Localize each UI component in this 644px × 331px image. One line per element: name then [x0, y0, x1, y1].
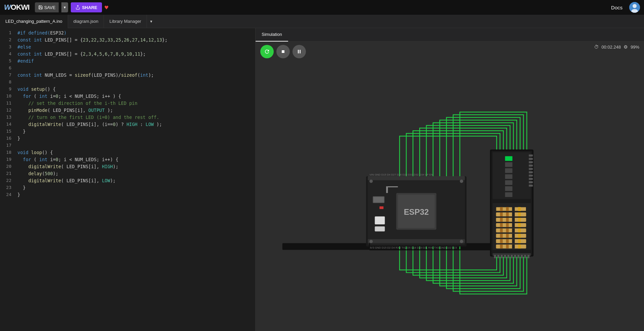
code-line-3: #else — [17, 44, 255, 51]
code-line-19: for ( int i=0; i < NUM_LEDS; i++) { — [17, 156, 255, 163]
main-layout: 1 2 3 4 5 6 7 8 9 10 11 12 13 14 15 16 1… — [0, 28, 644, 331]
code-content[interactable]: #if defined(ESP32) const int LED_PINS[] … — [15, 28, 255, 331]
svg-rect-34 — [505, 168, 513, 173]
svg-rect-93 — [497, 255, 499, 258]
stop-icon — [280, 49, 286, 54]
svg-rect-73 — [506, 228, 509, 233]
svg-rect-38 — [505, 192, 513, 197]
user-avatar[interactable] — [629, 2, 640, 13]
svg-rect-41 — [529, 161, 533, 163]
docs-link[interactable]: Docs — [611, 5, 623, 10]
code-line-1: #if defined(ESP32) — [17, 29, 255, 37]
tab-dropdown-button[interactable]: ▾ — [147, 15, 156, 28]
save-button[interactable]: SAVE — [35, 2, 59, 12]
avatar-image — [629, 2, 640, 13]
code-line-9: void setup() { — [17, 86, 255, 93]
svg-rect-80 — [518, 234, 521, 238]
svg-rect-70 — [518, 223, 521, 227]
tab-json-label: diagram.json — [73, 19, 98, 24]
pause-icon — [297, 49, 302, 54]
code-line-22: digitalWrite( LED_PINS[i], LOW); — [17, 177, 255, 184]
led-board — [490, 149, 534, 258]
svg-rect-4 — [282, 50, 284, 53]
tab-ino-label: LED_changing_pattern_A.ino — [5, 19, 62, 24]
restart-button[interactable] — [260, 45, 274, 58]
tabbar: LED_changing_pattern_A.ino diagram.json … — [0, 15, 644, 28]
sim-controls — [256, 42, 311, 62]
svg-rect-82 — [500, 239, 503, 243]
share-button[interactable]: SHARE — [71, 2, 102, 12]
favorite-icon[interactable]: ♥ — [105, 4, 108, 11]
svg-rect-92 — [494, 255, 496, 258]
svg-rect-100 — [521, 255, 523, 258]
svg-rect-99 — [518, 255, 520, 258]
svg-rect-101 — [524, 255, 526, 258]
svg-rect-60 — [518, 212, 521, 216]
svg-rect-63 — [506, 218, 509, 222]
svg-rect-67 — [500, 223, 503, 227]
svg-rect-48 — [529, 185, 533, 187]
svg-rect-62 — [500, 218, 503, 222]
share-label: SHARE — [82, 5, 97, 10]
pause-button[interactable] — [292, 45, 306, 58]
sim-tab-simulation[interactable]: Simulation — [256, 28, 288, 42]
svg-point-2 — [633, 4, 637, 8]
code-line-20: digitalWrite( LED_PINS[i], HIGH); — [17, 163, 255, 170]
svg-point-23 — [369, 240, 373, 243]
svg-rect-85 — [518, 239, 521, 243]
svg-rect-69 — [512, 223, 515, 227]
code-area: 1 2 3 4 5 6 7 8 9 10 11 12 13 14 15 16 1… — [0, 28, 255, 331]
svg-rect-57 — [500, 212, 503, 216]
code-line-2: const int LED_PINS[] = {23,22,32,33,25,2… — [17, 37, 255, 44]
esp32-board: ESP32 VIN GND D15 D4 D27 D26 D — [366, 173, 466, 249]
svg-text:3V3 GND D15 D2  D4  RX2 TX2 D5: 3V3 GND D15 D2 D4 RX2 TX2 D5 D18 D19 D21… — [369, 246, 457, 249]
code-line-17 — [17, 142, 255, 149]
save-icon — [38, 5, 43, 10]
tab-ino[interactable]: LED_changing_pattern_A.ino — [0, 15, 68, 28]
tab-json[interactable]: diagram.json — [68, 15, 104, 28]
svg-rect-37 — [505, 186, 513, 191]
svg-rect-44 — [529, 171, 533, 173]
code-line-23: } — [17, 184, 255, 191]
code-line-6 — [17, 65, 255, 72]
code-line-10: for ( int i=0; i < NUM_LEDS; i++ ) { — [17, 93, 255, 100]
restart-icon — [264, 49, 270, 55]
svg-rect-65 — [518, 218, 521, 222]
svg-rect-18 — [379, 206, 383, 209]
circuit-svg: ESP32 VIN GND D15 D4 D27 D26 D — [256, 55, 644, 331]
svg-rect-88 — [506, 245, 509, 249]
circuit-diagram: ESP32 VIN GND D15 D4 D27 D26 D — [256, 55, 644, 331]
svg-rect-68 — [506, 223, 509, 227]
svg-rect-52 — [500, 207, 503, 211]
svg-point-21 — [369, 180, 373, 183]
stop-button[interactable] — [276, 45, 290, 58]
code-line-8 — [17, 79, 255, 86]
topnav: WOKWI SAVE ▾ SHARE ♥ Docs — [0, 0, 644, 15]
svg-rect-87 — [500, 245, 503, 249]
svg-rect-102 — [528, 255, 530, 258]
svg-text:ESP32: ESP32 — [404, 207, 429, 216]
svg-rect-12 — [368, 239, 465, 243]
code-line-15: } — [17, 128, 255, 135]
code-editor: 1 2 3 4 5 6 7 8 9 10 11 12 13 14 15 16 1… — [0, 28, 256, 331]
svg-rect-5 — [298, 50, 299, 54]
svg-rect-47 — [529, 181, 533, 183]
svg-rect-98 — [514, 255, 516, 258]
svg-rect-32 — [505, 156, 513, 161]
svg-rect-33 — [505, 162, 513, 167]
svg-point-24 — [460, 240, 463, 243]
sim-tab-label: Simulation — [262, 32, 282, 37]
tab-library[interactable]: Library Manager — [104, 15, 147, 28]
svg-rect-35 — [505, 174, 513, 179]
svg-rect-19 — [386, 186, 388, 193]
svg-rect-36 — [505, 180, 513, 185]
svg-rect-78 — [506, 234, 509, 238]
svg-rect-28 — [375, 226, 385, 231]
timer-icon: ⏱ — [594, 44, 599, 50]
simulation-panel: Simulation ⏱ 00:02.2 — [256, 28, 644, 331]
svg-rect-54 — [512, 207, 515, 211]
code-line-12: pinMode( LED_PINS[i], OUTPUT ); — [17, 107, 255, 114]
code-line-13: // turn on the first LED (i=0) and the r… — [17, 114, 255, 121]
save-dropdown-button[interactable]: ▾ — [61, 2, 68, 12]
svg-rect-90 — [518, 245, 521, 249]
